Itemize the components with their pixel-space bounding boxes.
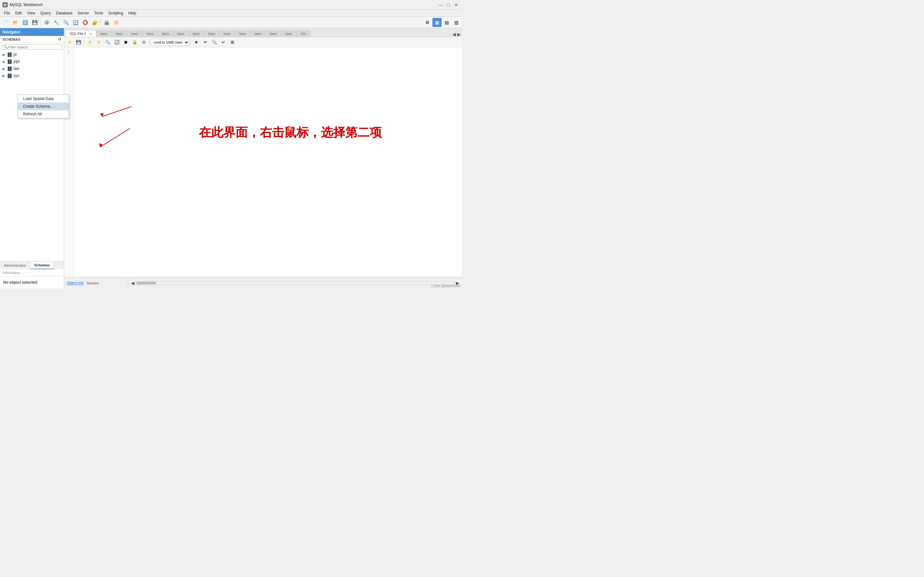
menu-database[interactable]: Database: [53, 10, 75, 17]
toolbar-save-btn[interactable]: 💾: [30, 18, 39, 27]
menu-scripting[interactable]: Scripting: [105, 10, 126, 17]
qtool-stop-btn[interactable]: ⏹: [121, 38, 130, 47]
menu-query[interactable]: Query: [38, 10, 53, 17]
toolbar-btn-8[interactable]: 🔄: [71, 18, 80, 27]
scrollbar-area[interactable]: [136, 281, 455, 285]
toolbar-sep-2: [100, 19, 101, 26]
query-tab-label-laws5: laws: [162, 32, 169, 35]
schema-db-icon-law: 🗄️: [7, 66, 12, 71]
schema-item-law[interactable]: ▶ 🗄️ law: [0, 65, 64, 72]
query-tab-laws9[interactable]: laws: [220, 30, 235, 37]
bottom-main-bar: ◀ ▶: [128, 280, 462, 285]
bottom-bar: Object Info Session ◀ ▶: [64, 277, 462, 288]
info-dots: ···············: [21, 271, 35, 275]
editor-area: 1 在此界面，右击鼠标，选择第二项: [64, 47, 462, 277]
toolbar-btn-9[interactable]: ⭕: [81, 18, 89, 27]
search-icon: 🔍: [3, 45, 8, 49]
navigator-title: Navigator: [3, 30, 20, 34]
refresh-icon[interactable]: ↺: [58, 37, 61, 42]
qtool-zoom-btn[interactable]: 🔍: [210, 38, 218, 47]
qtool-cursor-btn[interactable]: ⊙: [140, 38, 148, 47]
query-tab-laws13[interactable]: laws: [281, 30, 296, 37]
schema-item-jdjd[interactable]: ▶ 🗄️ jdjd: [0, 58, 64, 65]
query-tab-laws5[interactable]: laws: [158, 30, 173, 37]
query-tab-label-laws12: laws: [270, 32, 277, 35]
object-info-tab[interactable]: Object Info: [67, 281, 84, 285]
query-tab-sqlfile1[interactable]: SQL File 1 ✕: [65, 30, 96, 37]
qtool-lightning-btn[interactable]: ⚡: [86, 38, 94, 47]
schema-arrow-law: ▶: [3, 67, 5, 71]
menu-server[interactable]: Server: [75, 10, 91, 17]
minimize-button[interactable]: —: [438, 2, 444, 8]
schema-db-icon-sys: 🗄️: [7, 73, 12, 78]
query-tab-label-laws11: laws: [254, 32, 262, 35]
query-tab-laws7[interactable]: laws: [189, 30, 204, 37]
schemas-label: SCHEMAS: [3, 37, 20, 41]
qtool-refresh-btn[interactable]: 🔄: [113, 38, 121, 47]
menu-edit[interactable]: Edit: [13, 10, 24, 17]
toolbar-new-btn[interactable]: 📄: [1, 18, 10, 27]
toolbar-btn-6[interactable]: 🔧: [52, 18, 61, 27]
context-menu-create-schema[interactable]: Create Schema...: [18, 103, 69, 110]
schema-item-sys[interactable]: ▶ 🗄️ sys: [0, 72, 64, 79]
query-tab-laws2[interactable]: laws: [111, 30, 127, 37]
query-tab-laws6[interactable]: laws: [173, 30, 189, 37]
toolbar-btn-10[interactable]: 🔐: [90, 18, 99, 27]
context-menu-refresh-all[interactable]: Refresh All: [18, 110, 69, 118]
scroll-left-arrow[interactable]: ◀: [131, 280, 134, 285]
tab-schemas[interactable]: Schemas: [31, 261, 54, 269]
no-object-text: No object selected: [0, 276, 64, 288]
navigator-header: Navigator: [0, 28, 64, 36]
context-menu-load-spatial[interactable]: Load Spatial Data: [18, 95, 69, 103]
qtool-lock-btn[interactable]: 🔒: [131, 38, 139, 47]
tab-nav-right[interactable]: ▶: [457, 32, 461, 37]
qtool-star-btn[interactable]: ★: [192, 38, 200, 47]
toolbar-settings-btn[interactable]: ⚙: [423, 18, 432, 27]
sidebar: Navigator SCHEMAS ↺ 🔍 ▶ 🗄️ jd ▶ 🗄️ jdjd: [0, 28, 64, 288]
query-tab-close-sqlfile1[interactable]: ✕: [89, 32, 92, 35]
menu-file[interactable]: File: [1, 10, 13, 17]
schema-db-icon-jd: 🗄️: [7, 52, 12, 57]
query-tab-laws8[interactable]: laws: [204, 30, 220, 37]
session-tab[interactable]: Session: [86, 281, 99, 285]
schema-arrow-jd: ▶: [3, 53, 5, 56]
info-panel: Information ···············: [0, 269, 64, 276]
qtool-save-btn[interactable]: 💾: [74, 38, 83, 47]
query-tab-laws10[interactable]: laws: [235, 30, 250, 37]
qtool-lightning2-btn[interactable]: ⚡: [95, 38, 103, 47]
schema-item-jd[interactable]: ▶ 🗄️ jd: [0, 51, 64, 58]
toolbar-btn-5[interactable]: ⚙️: [42, 18, 51, 27]
toolbar-layout-btn1[interactable]: ▦: [433, 18, 441, 27]
qtool-more-btn[interactable]: ⊞: [228, 38, 236, 47]
toolbar-layout-btn3[interactable]: ▥: [452, 18, 461, 27]
query-tab-label-laws10: laws: [239, 32, 246, 35]
query-tab-laws12[interactable]: laws: [266, 30, 281, 37]
toolbar-btn-12[interactable]: 🔆: [111, 18, 121, 27]
menu-view[interactable]: View: [24, 10, 38, 17]
query-tab-label-laws7: laws: [193, 32, 200, 35]
toolbar-info-btn[interactable]: ℹ️: [21, 18, 29, 27]
menu-tools[interactable]: Tools: [91, 10, 105, 17]
query-tab-laws4[interactable]: laws: [142, 30, 158, 37]
menu-help[interactable]: Help: [126, 10, 139, 17]
toolbar-btn-7[interactable]: 🔍: [61, 18, 70, 27]
tab-nav-left[interactable]: ◀: [452, 32, 456, 37]
close-button[interactable]: ✕: [453, 2, 459, 8]
qtool-run-btn[interactable]: ⚡: [65, 38, 74, 47]
toolbar-open-btn[interactable]: 📂: [11, 18, 20, 27]
qtool-sep2: [149, 39, 150, 46]
query-tab-info[interactable]: info: [296, 30, 310, 37]
maximize-button[interactable]: □: [445, 2, 452, 8]
query-tab-laws1[interactable]: laws: [96, 30, 111, 37]
filter-input[interactable]: [8, 45, 60, 49]
tab-administration[interactable]: Administration: [0, 261, 31, 269]
limit-select[interactable]: Limit to 1000 rows: [151, 39, 189, 46]
qtool-search-btn[interactable]: 🔍: [103, 38, 112, 47]
qtool-edit-btn[interactable]: ✏: [201, 38, 210, 47]
query-tab-laws11[interactable]: laws: [250, 30, 266, 37]
toolbar-btn-11[interactable]: 🖨️: [102, 18, 111, 27]
qtool-wrap-btn[interactable]: ↵: [219, 38, 228, 47]
query-tab-laws3[interactable]: laws: [127, 30, 142, 37]
toolbar-layout-btn2[interactable]: ▤: [442, 18, 451, 27]
scrollbar-thumb: [137, 282, 156, 284]
